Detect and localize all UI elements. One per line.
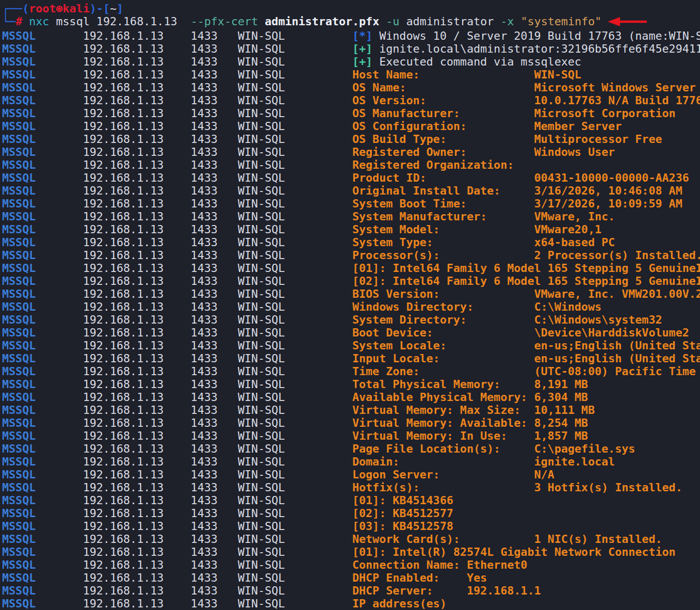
proto-cell: MSSQL bbox=[2, 107, 83, 120]
host-cell: WIN-SQL bbox=[238, 391, 352, 404]
ip-cell: 192.168.1.13 bbox=[83, 533, 191, 545]
command-part-6 bbox=[258, 15, 265, 28]
output-text: System Manufacturer: VMware, Inc. bbox=[352, 210, 615, 223]
status-info-badge: [*] bbox=[352, 29, 372, 42]
table-row: MSSQL192.168.1.131433WIN-SQLRegistered O… bbox=[2, 146, 700, 158]
output-text: [+] ignite.local\administrator:32196b56f… bbox=[352, 42, 700, 55]
ip-cell: 192.168.1.13 bbox=[83, 236, 191, 249]
terminal-window[interactable]: ┌──(root⊛kali)-[~] └─# nxc mssql 192.168… bbox=[0, 0, 700, 610]
ip-cell: 192.168.1.13 bbox=[83, 494, 191, 507]
proto-cell: MSSQL bbox=[2, 146, 83, 158]
ip-cell: 192.168.1.13 bbox=[83, 429, 191, 442]
proto-cell: MSSQL bbox=[2, 442, 83, 455]
ip-cell: 192.168.1.13 bbox=[83, 171, 191, 184]
host-cell: WIN-SQL bbox=[238, 455, 352, 468]
ip-cell: 192.168.1.13 bbox=[83, 249, 191, 262]
host-cell: WIN-SQL bbox=[238, 494, 352, 507]
host-cell: WIN-SQL bbox=[238, 416, 352, 429]
proto-cell: MSSQL bbox=[2, 365, 83, 378]
table-row: MSSQL192.168.1.131433WIN-SQLSystem Local… bbox=[2, 339, 700, 352]
port-cell: 1433 bbox=[191, 249, 238, 262]
output-text: Original Install Date: 3/16/2026, 10:46:… bbox=[352, 184, 682, 197]
table-row: MSSQL192.168.1.131433WIN-SQLBIOS Version… bbox=[2, 287, 700, 300]
table-row: MSSQL192.168.1.131433WIN-SQL[02]: Intel6… bbox=[2, 275, 700, 287]
proto-cell: MSSQL bbox=[2, 29, 83, 42]
host-cell: WIN-SQL bbox=[238, 236, 352, 249]
prompt-part-1: root bbox=[29, 2, 56, 15]
host-cell: WIN-SQL bbox=[238, 339, 352, 352]
ip-cell: 192.168.1.13 bbox=[83, 597, 191, 610]
table-row: MSSQL192.168.1.131433WIN-SQL[+] Executed… bbox=[2, 55, 700, 68]
port-cell: 1433 bbox=[191, 545, 238, 558]
host-cell: WIN-SQL bbox=[238, 210, 352, 223]
proto-cell: MSSQL bbox=[2, 404, 83, 416]
proto-cell: MSSQL bbox=[2, 429, 83, 442]
ip-cell: 192.168.1.13 bbox=[83, 416, 191, 429]
proto-cell: MSSQL bbox=[2, 391, 83, 404]
ip-cell: 192.168.1.13 bbox=[83, 262, 191, 275]
table-row: MSSQL192.168.1.131433WIN-SQLAvailable Ph… bbox=[2, 391, 700, 404]
ip-cell: 192.168.1.13 bbox=[83, 584, 191, 597]
host-cell: WIN-SQL bbox=[238, 558, 352, 571]
proto-cell: MSSQL bbox=[2, 326, 83, 339]
port-cell: 1433 bbox=[191, 378, 238, 391]
table-row: MSSQL192.168.1.131433WIN-SQL[02]: KB4512… bbox=[2, 507, 700, 520]
host-cell: WIN-SQL bbox=[238, 468, 352, 481]
output-text: Registered Organization: bbox=[352, 158, 514, 171]
table-row: MSSQL192.168.1.131433WIN-SQLPage File Lo… bbox=[2, 442, 700, 455]
output-text: BIOS Version: VMware, Inc. VMW201.00V.24… bbox=[352, 287, 700, 300]
port-cell: 1433 bbox=[191, 481, 238, 494]
output-text: Page File Location(s): C:\pagefile.sys bbox=[352, 442, 635, 455]
port-cell: 1433 bbox=[191, 55, 238, 68]
command-part-3: nxc bbox=[29, 15, 49, 28]
table-row: MSSQL192.168.1.131433WIN-SQLHost Name: W… bbox=[2, 68, 700, 81]
ip-cell: 192.168.1.13 bbox=[83, 42, 191, 55]
table-row: MSSQL192.168.1.131433WIN-SQLOS Manufactu… bbox=[2, 107, 700, 120]
output-text: Virtual Memory: Available: 8,254 MB bbox=[352, 416, 588, 429]
table-row: MSSQL192.168.1.131433WIN-SQLVirtual Memo… bbox=[2, 429, 700, 442]
output-text: Input Locale: en-us;English (United Stat… bbox=[352, 352, 700, 365]
port-cell: 1433 bbox=[191, 158, 238, 171]
table-row: MSSQL192.168.1.131433WIN-SQLVirtual Memo… bbox=[2, 416, 700, 429]
host-cell: WIN-SQL bbox=[238, 262, 352, 275]
proto-cell: MSSQL bbox=[2, 287, 83, 300]
command-part-13: "systeminfo" bbox=[520, 15, 601, 28]
command-part-2 bbox=[22, 15, 29, 28]
host-cell: WIN-SQL bbox=[238, 197, 352, 210]
proto-cell: MSSQL bbox=[2, 262, 83, 275]
ip-cell: 192.168.1.13 bbox=[83, 158, 191, 171]
output-text: Logon Server: N/A bbox=[352, 468, 555, 481]
port-cell: 1433 bbox=[191, 146, 238, 158]
host-cell: WIN-SQL bbox=[238, 481, 352, 494]
ip-cell: 192.168.1.13 bbox=[83, 313, 191, 326]
port-cell: 1433 bbox=[191, 68, 238, 81]
proto-cell: MSSQL bbox=[2, 120, 83, 133]
output-text: Available Physical Memory: 6,304 MB bbox=[352, 391, 588, 404]
ip-cell: 192.168.1.13 bbox=[83, 326, 191, 339]
proto-cell: MSSQL bbox=[2, 197, 83, 210]
ip-cell: 192.168.1.13 bbox=[83, 146, 191, 158]
proto-cell: MSSQL bbox=[2, 81, 83, 94]
port-cell: 1433 bbox=[191, 404, 238, 416]
proto-cell: MSSQL bbox=[2, 300, 83, 313]
host-cell: WIN-SQL bbox=[238, 146, 352, 158]
output-text: [*] Windows 10 / Server 2019 Build 17763… bbox=[352, 29, 700, 42]
status-success-badge: [+] bbox=[352, 42, 372, 55]
table-row: MSSQL192.168.1.131433WIN-SQLOS Configura… bbox=[2, 120, 700, 133]
host-cell: WIN-SQL bbox=[238, 42, 352, 55]
table-row: MSSQL192.168.1.131433WIN-SQLTotal Physic… bbox=[2, 378, 700, 391]
output-text: Network Card(s): 1 NIC(s) Installed. bbox=[352, 533, 662, 545]
output-text: Processor(s): 2 Processor(s) Installed. bbox=[352, 249, 700, 262]
host-cell: WIN-SQL bbox=[238, 29, 352, 42]
proto-cell: MSSQL bbox=[2, 55, 83, 68]
port-cell: 1433 bbox=[191, 391, 238, 404]
host-cell: WIN-SQL bbox=[238, 584, 352, 597]
host-cell: WIN-SQL bbox=[238, 133, 352, 146]
host-cell: WIN-SQL bbox=[238, 313, 352, 326]
command-part-10: administrator bbox=[399, 15, 500, 28]
output-text: System Locale: en-us;English (United Sta… bbox=[352, 339, 700, 352]
output-text: Total Physical Memory: 8,191 MB bbox=[352, 378, 588, 391]
host-cell: WIN-SQL bbox=[238, 171, 352, 184]
port-cell: 1433 bbox=[191, 429, 238, 442]
table-row: MSSQL192.168.1.131433WIN-SQLSystem Direc… bbox=[2, 313, 700, 326]
